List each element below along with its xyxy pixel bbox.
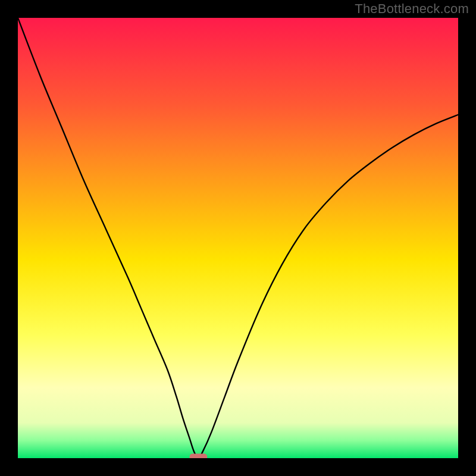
gradient-background — [18, 18, 458, 458]
watermark-text: TheBottleneck.com — [355, 1, 469, 17]
plot-area — [18, 18, 458, 458]
chart-frame: TheBottleneck.com — [0, 0, 476, 476]
optimal-marker — [190, 453, 208, 458]
chart-svg — [18, 18, 458, 458]
